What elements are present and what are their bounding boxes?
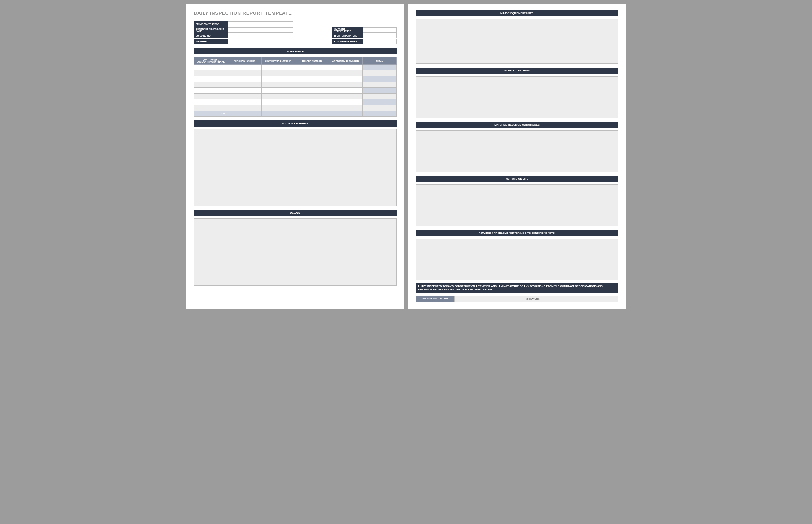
visitors-box[interactable]: [416, 184, 618, 226]
kv-label: PRIME CONTRACTOR: [194, 21, 228, 27]
table-cell[interactable]: [228, 76, 261, 82]
kv-contract-no: CONTRACT NO./PROJECT NAME: [194, 27, 293, 33]
table-cell[interactable]: [261, 94, 295, 99]
page-title: DAILY INSPECTION REPORT TEMPLATE: [194, 10, 397, 16]
kv-low-temp: LOW TEMPERATURE: [332, 39, 397, 45]
table-cell[interactable]: [261, 105, 295, 111]
equipment-header: MAJOR EQUIPMENT USED: [416, 10, 618, 16]
table-cell[interactable]: [295, 65, 329, 70]
total-cell[interactable]: [261, 111, 295, 117]
table-cell[interactable]: [295, 82, 329, 88]
table-cell[interactable]: [228, 99, 261, 105]
table-cell[interactable]: [261, 70, 295, 76]
kv-value[interactable]: [363, 27, 397, 33]
materials-box[interactable]: [416, 130, 618, 172]
total-cell[interactable]: [363, 111, 396, 117]
table-cell[interactable]: [261, 65, 295, 70]
info-left: PRIME CONTRACTOR CONTRACT NO./PROJECT NA…: [194, 21, 293, 45]
table-cell[interactable]: [295, 88, 329, 94]
table-cell[interactable]: [363, 94, 396, 99]
table-cell[interactable]: [194, 105, 228, 111]
table-cell[interactable]: [194, 99, 228, 105]
kv-label: BUILDING NO.: [194, 33, 228, 38]
table-row: [194, 65, 396, 70]
table-cell[interactable]: [261, 88, 295, 94]
table-cell[interactable]: [228, 65, 261, 70]
table-cell[interactable]: [194, 65, 228, 70]
sig-signature-label: SIGNATURE: [524, 296, 548, 302]
workforce-table: CONTRACTOR/ SUBCONTRACTOR NAME FOREMAN N…: [194, 57, 397, 117]
kv-value[interactable]: [228, 21, 293, 27]
table-cell[interactable]: [261, 99, 295, 105]
info-row: PRIME CONTRACTOR CONTRACT NO./PROJECT NA…: [194, 21, 397, 45]
table-cell[interactable]: [228, 88, 261, 94]
table-cell[interactable]: [295, 99, 329, 105]
kv-value[interactable]: [363, 39, 397, 44]
table-cell[interactable]: [363, 88, 396, 94]
table-cell[interactable]: [261, 76, 295, 82]
table-total-row: TOTAL: [194, 111, 396, 117]
table-cell[interactable]: [194, 82, 228, 88]
visitors-header: VISITORS ON SITE: [416, 176, 618, 182]
table-cell[interactable]: [261, 82, 295, 88]
remarks-box[interactable]: [416, 239, 618, 280]
table-cell[interactable]: [329, 70, 363, 76]
table-cell[interactable]: [295, 76, 329, 82]
safety-box[interactable]: [416, 76, 618, 118]
col-contractor: CONTRACTOR/ SUBCONTRACTOR NAME: [194, 57, 228, 65]
table-header-row: CONTRACTOR/ SUBCONTRACTOR NAME FOREMAN N…: [194, 57, 396, 65]
total-cell[interactable]: [228, 111, 261, 117]
sig-name-field[interactable]: [454, 296, 524, 302]
table-row: [194, 88, 396, 94]
table-cell[interactable]: [228, 70, 261, 76]
kv-value[interactable]: [228, 39, 293, 44]
table-cell[interactable]: [295, 105, 329, 111]
table-cell[interactable]: [329, 88, 363, 94]
kv-value[interactable]: [228, 33, 293, 38]
table-cell[interactable]: [295, 94, 329, 99]
kv-value[interactable]: [363, 33, 397, 38]
progress-box[interactable]: [194, 129, 397, 206]
table-cell[interactable]: [329, 82, 363, 88]
table-cell[interactable]: [363, 82, 396, 88]
table-row: [194, 70, 396, 76]
col-helper: HELPER NUMBER: [295, 57, 329, 65]
table-cell[interactable]: [329, 65, 363, 70]
table-cell[interactable]: [194, 94, 228, 99]
kv-label: LOW TEMPERATURE: [332, 39, 363, 44]
equipment-box[interactable]: [416, 19, 618, 64]
table-cell[interactable]: [363, 65, 396, 70]
kv-weather: WEATHER: [194, 39, 293, 45]
table-cell[interactable]: [194, 76, 228, 82]
progress-header: TODAY'S PROGRESS: [194, 120, 397, 127]
table-cell[interactable]: [295, 70, 329, 76]
table-cell[interactable]: [329, 76, 363, 82]
delays-header: DELAYS: [194, 210, 397, 216]
col-foreman: FOREMAN NUMBER: [228, 57, 261, 65]
table-cell[interactable]: [363, 70, 396, 76]
total-cell[interactable]: [329, 111, 363, 117]
total-cell[interactable]: [295, 111, 329, 117]
sig-role-label: SITE SUPERINTENDANT: [416, 296, 454, 302]
table-cell[interactable]: [194, 88, 228, 94]
table-cell[interactable]: [363, 105, 396, 111]
col-apprentice: APPRENTIUCE NUMBER: [329, 57, 363, 65]
table-cell[interactable]: [329, 99, 363, 105]
kv-high-temp: HIGH TEMPERATURE: [332, 33, 397, 39]
table-cell[interactable]: [329, 94, 363, 99]
table-cell[interactable]: [228, 105, 261, 111]
workforce-header: WORKFORCE: [194, 48, 397, 54]
table-cell[interactable]: [228, 82, 261, 88]
table-row: [194, 94, 396, 99]
sig-signature-field[interactable]: [548, 296, 618, 302]
table-cell[interactable]: [363, 99, 396, 105]
delays-box[interactable]: [194, 218, 397, 286]
table-cell[interactable]: [194, 70, 228, 76]
table-row: [194, 82, 396, 88]
table-cell[interactable]: [363, 76, 396, 82]
table-cell[interactable]: [329, 105, 363, 111]
table-row: [194, 76, 396, 82]
col-journeyman: JOURNEYMAN NUMBER: [261, 57, 295, 65]
kv-value[interactable]: [228, 27, 293, 33]
table-cell[interactable]: [228, 94, 261, 99]
